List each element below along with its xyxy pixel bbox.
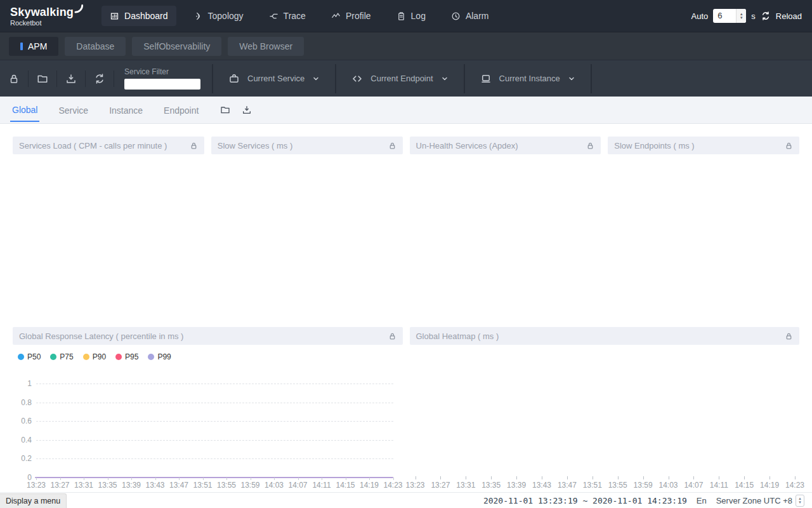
- menu-item-label: Dashboard: [124, 11, 168, 21]
- auto-interval-stepper[interactable]: ▴▾: [736, 9, 746, 23]
- x-axis-tick: [516, 476, 517, 479]
- current-service-dropdown[interactable]: Current Service: [213, 73, 335, 84]
- template-tab-database[interactable]: Database: [65, 37, 126, 56]
- x-tick-label: 13:43: [532, 481, 551, 490]
- x-tick-label: 14:19: [760, 481, 779, 490]
- app-logo[interactable]: Skywalking Rocketbot: [10, 6, 84, 27]
- x-tick-label: 14:23: [785, 481, 804, 490]
- gridline: [36, 421, 393, 422]
- x-axis-tick: [322, 478, 322, 480]
- x-tick-label: 13:59: [240, 481, 259, 490]
- x-tick-label: 14:19: [360, 481, 379, 490]
- x-tick-label: 13:35: [481, 481, 501, 490]
- legend-dot: [18, 354, 24, 360]
- time-range-picker[interactable]: 2020-11-01 13:23:19 ~ 2020-11-01 14:23:1…: [483, 496, 687, 505]
- x-tick-label: 14:07: [288, 481, 307, 490]
- panel-title: Slow Services ( ms ): [218, 141, 292, 150]
- lock-icon[interactable]: [388, 332, 396, 340]
- x-axis-tick: [251, 478, 251, 480]
- panel-header[interactable]: Services Load ( CPM - calls per minute ): [13, 137, 204, 154]
- main-menu: Dashboard Topology Trace Profile Log: [102, 6, 497, 26]
- template-tab-selfobservability[interactable]: SelfObservability: [132, 37, 221, 56]
- lock-edit-button[interactable]: [0, 73, 28, 84]
- x-tick-label: 13:59: [634, 481, 653, 490]
- menu-item-topology[interactable]: Topology: [185, 6, 252, 26]
- current-endpoint-dropdown[interactable]: Current Endpoint: [336, 73, 463, 84]
- x-tick-label: 13:55: [608, 481, 627, 490]
- auto-label: Auto: [691, 11, 709, 21]
- chevron-down-icon: [568, 75, 575, 83]
- auto-interval-input[interactable]: 6 ▴▾: [713, 9, 746, 23]
- legend-item-p75[interactable]: P75: [50, 352, 73, 361]
- x-tick-label: 13:47: [558, 481, 577, 490]
- legend-item-p90[interactable]: P90: [83, 352, 106, 361]
- menu-item-log[interactable]: Log: [388, 6, 434, 26]
- gridline: [36, 403, 393, 403]
- latency-plot[interactable]: 13:2313:2713:3113:3513:3913:4313:4713:51…: [36, 384, 393, 478]
- reload-label[interactable]: Reload: [776, 11, 802, 21]
- panel-header[interactable]: Global Heatmap ( ms ): [410, 327, 800, 345]
- lock-icon[interactable]: [586, 142, 594, 150]
- y-tick-label: 0.6: [21, 417, 32, 425]
- x-axis-tick: [155, 478, 156, 480]
- code-brackets-icon: [351, 73, 363, 84]
- menu-item-trace[interactable]: Trace: [261, 6, 314, 26]
- x-tick-label: 14:03: [658, 481, 678, 490]
- footer-bar: 2020-11-01 13:23:19 ~ 2020-11-01 14:23:1…: [0, 492, 812, 508]
- tab-service[interactable]: Service: [56, 98, 90, 121]
- tab-instance[interactable]: Instance: [107, 98, 145, 121]
- dashboard-template-bar: APM Database SelfObservability Web Brows…: [0, 32, 812, 60]
- menu-item-profile[interactable]: Profile: [323, 6, 379, 26]
- folder-icon[interactable]: [220, 105, 230, 115]
- chevron-down-icon: [441, 75, 449, 83]
- panel-title: Global Response Latency ( percentile in …: [19, 331, 183, 341]
- panel-header[interactable]: Slow Services ( ms ): [211, 137, 403, 154]
- language-toggle[interactable]: En: [697, 496, 707, 505]
- dashboard-content: Services Load ( CPM - calls per minute )…: [0, 124, 812, 492]
- legend-item-p50[interactable]: P50: [18, 352, 41, 361]
- x-tick-label: 13:55: [217, 481, 236, 490]
- x-tick-label: 13:47: [169, 481, 188, 490]
- reload-icon[interactable]: [761, 11, 771, 21]
- menu-item-dashboard[interactable]: Dashboard: [102, 6, 176, 26]
- menu-item-label: Log: [411, 11, 426, 21]
- x-axis-tick: [108, 478, 108, 480]
- lock-icon: [8, 73, 20, 84]
- x-axis-tick: [298, 478, 299, 480]
- lock-icon[interactable]: [190, 142, 198, 150]
- latency-legend: P50P75P90P95P99: [18, 351, 403, 363]
- lock-icon[interactable]: [785, 332, 793, 340]
- panel-header[interactable]: Global Response Latency ( percentile in …: [13, 327, 403, 345]
- latency-chart[interactable]: 00.20.40.60.81 13:2313:2713:3113:3513:39…: [13, 363, 403, 492]
- x-axis-tick: [274, 478, 275, 480]
- tab-global[interactable]: Global: [10, 98, 39, 122]
- current-instance-dropdown[interactable]: Current Instance: [465, 73, 591, 84]
- template-tab-web-browser[interactable]: Web Browser: [228, 37, 304, 56]
- x-tick-label: 13:31: [456, 481, 475, 490]
- service-filter-block: Service Filter: [124, 67, 200, 90]
- import-icon[interactable]: [242, 105, 252, 115]
- tab-endpoint[interactable]: Endpoint: [162, 98, 200, 121]
- x-tick-label: 13:35: [98, 481, 117, 490]
- x-axis-tick: [346, 478, 346, 480]
- legend-item-p99[interactable]: P99: [148, 352, 171, 361]
- server-zone-stepper[interactable]: ▴▾: [796, 495, 804, 507]
- service-filter-input[interactable]: [124, 79, 200, 90]
- template-tab-label: Web Browser: [239, 41, 292, 51]
- menu-item-alarm[interactable]: Alarm: [443, 6, 497, 26]
- legend-item-p95[interactable]: P95: [115, 352, 138, 361]
- legend-dot: [148, 354, 154, 360]
- profile-wave-icon: [331, 11, 341, 21]
- open-template-button[interactable]: [29, 73, 56, 84]
- y-tick-label: 1: [27, 379, 32, 388]
- x-tick-label: 13:39: [507, 481, 526, 490]
- panel-header[interactable]: Un-Health Services (Apdex): [410, 137, 601, 154]
- import-template-button[interactable]: [57, 73, 85, 84]
- lock-icon[interactable]: [785, 142, 793, 150]
- x-axis-tick: [491, 476, 492, 479]
- lock-icon[interactable]: [388, 142, 396, 150]
- template-tab-apm[interactable]: APM: [9, 37, 58, 56]
- refresh-button[interactable]: [86, 73, 114, 84]
- panel-header[interactable]: Slow Endpoints ( ms ): [608, 137, 799, 154]
- menu-item-label: Topology: [208, 11, 244, 21]
